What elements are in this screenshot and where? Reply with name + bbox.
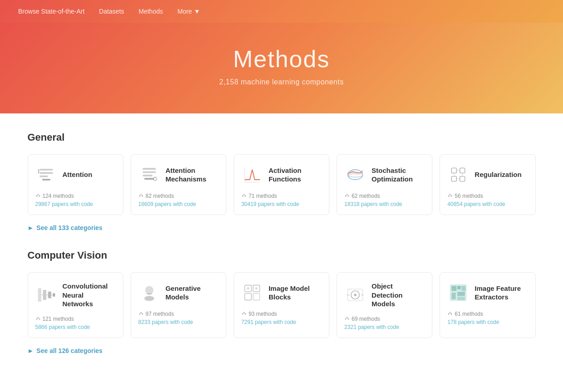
card-icon-generative (138, 282, 160, 304)
methods-icon (447, 311, 453, 317)
methods-icon (138, 193, 144, 199)
hero-section: Methods 2,158 machine learning component… (0, 23, 563, 113)
card-title: Attention (63, 170, 93, 179)
svg-line-100 (450, 313, 451, 314)
svg-line-48 (450, 195, 451, 196)
card-papers: 29867 papers with code (35, 201, 116, 207)
svg-point-62 (144, 296, 154, 301)
svg-rect-15 (144, 178, 154, 180)
card-papers: 40854 papers with code (447, 201, 528, 207)
svg-rect-38 (452, 176, 457, 181)
svg-line-67 (141, 313, 142, 314)
card-image_blocks[interactable]: Image Model Blocks 93 methods 7291 paper… (234, 272, 329, 338)
browse-sota-link[interactable]: Browse State-of-the-Art (18, 8, 84, 15)
svg-line-34 (346, 195, 347, 196)
card-papers: 8233 papers with code (138, 319, 219, 325)
svg-line-10 (37, 195, 38, 196)
svg-rect-36 (452, 168, 457, 173)
svg-rect-51 (48, 292, 51, 299)
card-object_detection[interactable]: Object Detection Models 69 methods 2321 … (337, 272, 432, 338)
svg-line-78 (244, 313, 245, 314)
card-header: Attention (35, 164, 116, 186)
card-header: Image Feature Extractors (447, 282, 528, 304)
methods-link[interactable]: Methods (139, 8, 163, 15)
svg-rect-49 (38, 289, 41, 302)
card-title: Stochastic Optimization (372, 166, 425, 184)
more-link[interactable]: More ▼ (177, 8, 200, 15)
card-icon-image_blocks (241, 282, 263, 304)
methods-icon (241, 193, 247, 199)
card-title: Convolutional Neural Networks (63, 282, 116, 309)
card-generative[interactable]: Generative Models 97 methods 8233 papers… (131, 272, 226, 338)
card-methods: 69 methods (344, 316, 425, 322)
card-header: Regularization (447, 164, 528, 186)
svg-rect-90 (452, 286, 457, 291)
methods-icon (241, 311, 247, 317)
cv-section-title: Computer Vision (28, 250, 536, 261)
svg-line-27 (243, 195, 244, 196)
card-attention[interactable]: Attention 124 methods 29867 papers with … (28, 154, 123, 215)
card-title: Object Detection Models (372, 282, 425, 309)
svg-rect-95 (457, 297, 465, 300)
navbar: Browse State-of-the-Art Datasets Methods… (0, 0, 563, 23)
svg-line-66 (140, 313, 141, 314)
chevron-right-icon: ► (28, 224, 34, 231)
card-papers: 18318 papers with code (344, 201, 425, 207)
card-methods: 93 methods (241, 311, 322, 317)
svg-line-47 (449, 195, 450, 196)
card-activation[interactable]: Activation Functions 71 methods 30419 pa… (234, 154, 329, 215)
card-papers: 178 papers with code (447, 319, 528, 325)
card-header: Image Model Blocks (241, 282, 322, 304)
svg-point-72 (247, 287, 250, 290)
card-papers: 5866 papers with code (35, 324, 116, 330)
chevron-right-icon-2: ► (28, 347, 34, 354)
card-title: Activation Functions (269, 166, 322, 184)
card-papers: 7291 papers with code (241, 319, 322, 325)
card-attention_mech[interactable]: Attention Mechanisms 82 methods 16609 pa… (131, 154, 226, 215)
svg-rect-92 (462, 286, 466, 291)
chevron-down-icon: ▼ (194, 8, 200, 15)
svg-point-61 (145, 286, 153, 294)
svg-rect-93 (452, 293, 456, 299)
card-cnn[interactable]: Convolutional Neural Networks 121 method… (28, 272, 123, 338)
card-papers: 2321 papers with code (344, 324, 425, 330)
cv-cards-grid: Convolutional Neural Networks 121 method… (28, 272, 536, 338)
card-methods: 97 methods (138, 311, 219, 317)
svg-point-29 (348, 170, 363, 180)
card-regularization[interactable]: Regularization 56 methods 40854 papers w… (440, 154, 535, 215)
methods-icon (447, 193, 453, 199)
general-cards-grid: Attention 124 methods 29867 papers with … (28, 154, 536, 215)
svg-point-30 (348, 172, 363, 177)
card-feature_extractor[interactable]: Image Feature Extractors 61 methods 178 … (440, 272, 535, 338)
svg-line-20 (140, 195, 141, 196)
card-header: Attention Mechanisms (138, 164, 219, 186)
card-header: Object Detection Models (344, 282, 425, 309)
see-all-general[interactable]: ► See all 133 categories (28, 224, 536, 231)
svg-line-59 (37, 318, 38, 319)
card-papers: 30419 papers with code (241, 201, 322, 207)
svg-point-73 (255, 287, 258, 290)
methods-icon (344, 316, 350, 322)
card-methods: 56 methods (447, 193, 528, 199)
svg-rect-2 (39, 176, 48, 177)
hero-subtitle: 2,158 machine learning components (18, 78, 545, 86)
card-methods: 121 methods (35, 316, 116, 322)
svg-line-21 (141, 195, 142, 196)
svg-rect-94 (457, 292, 465, 296)
card-stochastic[interactable]: Stochastic Optimization 62 methods 18318… (337, 154, 432, 215)
datasets-link[interactable]: Datasets (99, 8, 124, 15)
svg-line-60 (38, 318, 39, 319)
svg-line-35 (347, 195, 348, 196)
general-section-title: General (28, 132, 536, 143)
svg-rect-50 (43, 290, 46, 300)
see-all-cv[interactable]: ► See all 126 categories (28, 347, 536, 354)
see-all-cv-label: See all 126 categories (36, 347, 103, 354)
card-methods: 124 methods (35, 193, 116, 199)
card-title: Generative Models (166, 284, 219, 302)
card-title: Regularization (475, 170, 521, 179)
card-icon-regularization (447, 164, 469, 186)
card-header: Activation Functions (241, 164, 322, 186)
card-icon-stochastic (344, 164, 366, 186)
card-icon-feature_extractor (447, 282, 469, 304)
svg-rect-37 (460, 168, 465, 173)
